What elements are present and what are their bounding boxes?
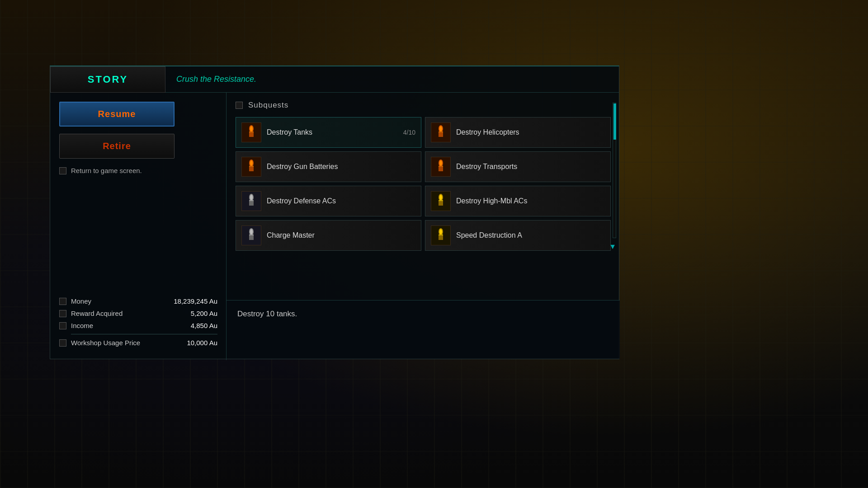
bullet-icon-2 bbox=[241, 157, 261, 177]
bullet-icon-7 bbox=[431, 225, 451, 245]
quest-name-7: Speed Destruction A bbox=[456, 231, 605, 239]
story-tab[interactable]: STORY bbox=[50, 66, 165, 93]
stats-section: Money 18,239,245 Au Reward Acquired 5,20… bbox=[59, 297, 217, 351]
mission-title: Crush the Resistance. bbox=[165, 75, 256, 84]
svg-rect-31 bbox=[439, 235, 443, 235]
bullet-icon-4 bbox=[241, 191, 261, 211]
stat-money: Money 18,239,245 Au bbox=[59, 297, 217, 305]
stat-income: Income 4,850 Au bbox=[59, 322, 217, 329]
svg-rect-23 bbox=[439, 200, 443, 201]
quest-grid: Destroy Tanks4/10 Destroy Helicopters De… bbox=[236, 117, 611, 251]
svg-point-1 bbox=[250, 126, 253, 131]
svg-point-17 bbox=[250, 195, 253, 200]
money-value: 18,239,245 Au bbox=[174, 297, 217, 305]
svg-point-13 bbox=[439, 160, 442, 166]
description-box: Destroy 10 tanks. bbox=[226, 300, 620, 359]
stat-workshop: Workshop Usage Price 10,000 Au bbox=[59, 339, 217, 347]
workshop-checkbox[interactable] bbox=[59, 339, 66, 347]
story-label: STORY bbox=[88, 74, 128, 85]
svg-rect-15 bbox=[439, 166, 443, 167]
reward-value: 5,200 Au bbox=[191, 310, 217, 317]
resume-button[interactable]: Resume bbox=[59, 102, 175, 127]
subquests-label: Subquests bbox=[248, 101, 288, 110]
quest-item-1[interactable]: Destroy Helicopters bbox=[425, 117, 611, 148]
bullet-icon-1 bbox=[431, 122, 451, 142]
quest-item-4[interactable]: Destroy Defense ACs bbox=[236, 186, 421, 216]
workshop-value: 10,000 Au bbox=[187, 339, 217, 347]
quest-name-4: Destroy Defense ACs bbox=[267, 197, 415, 205]
svg-rect-7 bbox=[439, 131, 443, 132]
bullet-icon-3 bbox=[431, 157, 451, 177]
return-label: Return to game screen. bbox=[71, 167, 142, 174]
svg-point-5 bbox=[439, 126, 442, 131]
svg-point-21 bbox=[439, 195, 442, 200]
stat-reward: Reward Acquired 5,200 Au bbox=[59, 310, 217, 317]
svg-rect-3 bbox=[249, 131, 254, 132]
svg-point-9 bbox=[250, 160, 253, 166]
workshop-label: Workshop Usage Price bbox=[71, 339, 182, 347]
svg-rect-11 bbox=[249, 166, 254, 167]
scrollbar[interactable] bbox=[613, 103, 616, 238]
svg-rect-27 bbox=[249, 235, 254, 235]
retire-button[interactable]: Retire bbox=[59, 134, 175, 159]
header-row: STORY Crush the Resistance. bbox=[50, 66, 619, 93]
quest-name-2: Destroy Gun Batteries bbox=[267, 163, 415, 171]
quest-item-7[interactable]: Speed Destruction A bbox=[425, 220, 611, 251]
subquests-header: Subquests bbox=[236, 101, 611, 110]
svg-point-25 bbox=[250, 229, 253, 235]
quest-item-3[interactable]: Destroy Transports bbox=[425, 151, 611, 182]
quest-name-3: Destroy Transports bbox=[456, 163, 605, 171]
quest-item-6[interactable]: Charge Master bbox=[236, 220, 421, 251]
stat-divider bbox=[71, 334, 217, 334]
income-value: 4,850 Au bbox=[191, 322, 217, 329]
money-label: Money bbox=[71, 297, 169, 305]
return-checkbox[interactable] bbox=[59, 167, 66, 174]
reward-checkbox[interactable] bbox=[59, 310, 66, 317]
return-checkbox-row: Return to game screen. bbox=[59, 167, 217, 174]
quest-progress-0: 4/10 bbox=[403, 129, 415, 136]
svg-rect-19 bbox=[249, 200, 254, 201]
scrollbar-thumb bbox=[613, 103, 616, 140]
quest-name-1: Destroy Helicopters bbox=[456, 128, 605, 136]
quest-item-2[interactable]: Destroy Gun Batteries bbox=[236, 151, 421, 182]
quest-item-0[interactable]: Destroy Tanks4/10 bbox=[236, 117, 421, 148]
quest-item-5[interactable]: Destroy High-Mbl ACs bbox=[425, 186, 611, 216]
scrollbar-down-icon[interactable]: ▼ bbox=[609, 243, 616, 251]
bullet-icon-6 bbox=[241, 225, 261, 245]
reward-label: Reward Acquired bbox=[71, 310, 186, 317]
quest-name-6: Charge Master bbox=[267, 231, 415, 239]
main-panel: STORY Crush the Resistance. Resume Retir… bbox=[50, 66, 619, 359]
income-label: Income bbox=[71, 322, 186, 329]
bullet-icon-0 bbox=[241, 122, 261, 142]
quest-name-5: Destroy High-Mbl ACs bbox=[456, 197, 605, 205]
description-text: Destroy 10 tanks. bbox=[237, 310, 297, 318]
income-checkbox[interactable] bbox=[59, 322, 66, 329]
quest-name-0: Destroy Tanks bbox=[267, 128, 398, 136]
bullet-icon-5 bbox=[431, 191, 451, 211]
left-column: Resume Retire Return to game screen. Mon… bbox=[50, 93, 226, 360]
svg-point-29 bbox=[439, 229, 442, 235]
subquests-checkbox[interactable] bbox=[236, 102, 243, 109]
money-checkbox[interactable] bbox=[59, 298, 66, 305]
